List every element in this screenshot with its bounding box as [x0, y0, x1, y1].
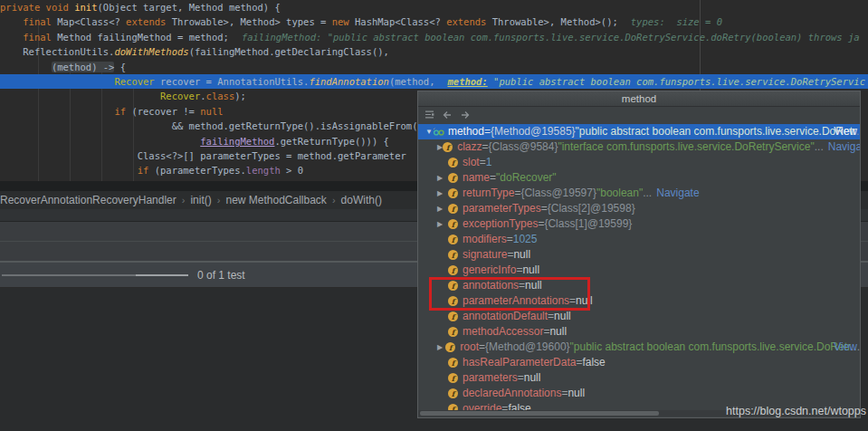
code-token: new [332, 16, 355, 27]
code-token: final [23, 32, 57, 43]
variables-tree: ▼method = {Method@19585} "public abstrac… [418, 122, 860, 417]
breadcrumb-item-1[interactable]: RecoverAnnotationRecoveryHandler [0, 194, 180, 206]
ellipsis: ... [643, 186, 652, 201]
tree-row-name[interactable]: ▶fname = "doRecover" [418, 170, 860, 186]
field-icon: f [448, 158, 458, 168]
watermark-text: https://blog.csdn.net/wtopps [726, 405, 866, 417]
field-name: name [463, 170, 490, 186]
tree-row-parameterTypes[interactable]: ▶fparameterTypes = {Class[2]@19598} [418, 201, 860, 216]
inline-debug-hint: failingMethod: "public abstract boolean … [242, 32, 860, 43]
code-line[interactable]: (method) -> { [0, 60, 868, 74]
tree-row-methodAccessor[interactable]: fmethodAccessor = null [418, 324, 860, 340]
code-token: (method) -> [52, 62, 115, 72]
code-token [0, 136, 200, 147]
code-token: Recover [160, 91, 200, 101]
field-value: "interface com.funsports.live.service.Do… [558, 139, 814, 155]
tree-row-annotationDefault[interactable]: fannotationDefault = null [418, 309, 860, 324]
field-name: hasRealParameterData [463, 355, 576, 370]
code-token [0, 62, 52, 72]
code-token: Method failingMethod = method; [57, 32, 229, 43]
code-token [0, 32, 23, 43]
field-value: "boolean" [596, 186, 643, 201]
breadcrumb-item-3[interactable]: new MethodCallback [222, 194, 329, 206]
field-value: "doRecover" [496, 170, 557, 186]
equals-sign: = [490, 170, 496, 186]
field-value: 1 [486, 155, 492, 170]
tree-row-parameters[interactable]: fparameters = null [418, 370, 860, 386]
field-icon: f [448, 265, 458, 275]
tree-row-method[interactable]: ▼method = {Method@19585} "public abstrac… [418, 124, 860, 139]
breadcrumb-separator: › [180, 195, 187, 206]
breadcrumb-item-4[interactable]: doWith() [338, 194, 386, 206]
code-line[interactable]: ReflectionUtils.doWithMethods(failingMet… [0, 44, 868, 59]
hint-label: failingMethod: [242, 32, 322, 43]
code-token: Map<Class<? [57, 16, 126, 27]
field-icon: f [448, 388, 458, 398]
back-arrow-icon[interactable] [441, 109, 453, 120]
expand-arrow[interactable]: ▶ [437, 170, 448, 186]
code-token: (failingMethod.getDeclaringClass(), [189, 46, 389, 57]
code-token [0, 76, 114, 87]
tree-row-modifiers[interactable]: fmodifiers = 1025 [418, 232, 860, 247]
breadcrumb-item-2[interactable]: init() [186, 194, 215, 206]
test-progress-bar [2, 274, 188, 276]
code-token: > 0 [281, 165, 303, 176]
field-name: root [460, 340, 479, 355]
hint-label: method: [447, 76, 487, 87]
expand-arrow[interactable]: ▼ [425, 124, 433, 139]
code-token: Throwable>, Method>(); [492, 16, 618, 27]
field-icon: f [448, 173, 458, 183]
expand-arrow[interactable]: ▶ [437, 201, 448, 216]
breadcrumb-separator: › [215, 195, 223, 206]
code-token: recover = AnnotationUtils. [155, 76, 310, 87]
field-name: slot [463, 155, 480, 170]
expand-arrow[interactable]: ▶ [437, 340, 445, 355]
tree-row-clazz[interactable]: ▶fclazz = {Class@9584} "interface com.fu… [418, 139, 860, 155]
code-line[interactable]: final Map<Class<? extends Throwable>, Me… [0, 14, 868, 29]
execution-line[interactable]: Recover recover = AnnotationUtils.findAn… [0, 74, 868, 89]
tree-row-exceptionTypes[interactable]: ▶fexceptionTypes = {Class[1]@19599} [418, 216, 860, 232]
code-token: HashMap<Class<? [355, 16, 446, 27]
ide-screen: private void init(Object target, Method … [0, 0, 868, 431]
view-link[interactable]: View [834, 124, 857, 139]
field-value: null [554, 309, 571, 324]
equals-sign: = [482, 139, 489, 155]
expand-arrow[interactable]: ▶ [437, 216, 448, 232]
red-annotation-box [429, 277, 590, 311]
code-token: doWithMethods [114, 46, 188, 57]
forward-arrow-icon[interactable] [459, 109, 472, 120]
field-value: null [568, 386, 585, 401]
code-token: { [114, 62, 126, 72]
field-icon: f [448, 188, 458, 198]
code-token: && method.getReturnType().isAssignableFr… [0, 120, 417, 131]
view-options-icon[interactable] [423, 109, 435, 120]
field-icon: f [448, 235, 458, 244]
field-value: null [522, 263, 539, 278]
code-token: Recover [114, 76, 154, 87]
navigate-link[interactable]: Navigate [828, 139, 861, 155]
code-token: null [200, 106, 223, 117]
test-progress-label: 0 of 1 test [197, 269, 245, 282]
tree-row-signature[interactable]: fsignature = null [418, 247, 860, 263]
code-token: init [74, 2, 97, 13]
expand-arrow[interactable]: ▶ [437, 186, 448, 201]
tree-row-returnType[interactable]: ▶freturnType = {Class@19597} "boolean"..… [418, 186, 860, 201]
field-name: method [448, 124, 484, 139]
field-name: modifiers [463, 232, 507, 247]
code-token: private void [0, 2, 74, 13]
tree-row-declaredAnnotations[interactable]: fdeclaredAnnotations = null [418, 386, 860, 401]
view-link[interactable]: View [834, 340, 857, 355]
field-value: 1025 [513, 232, 538, 247]
field-icon: f [448, 373, 458, 383]
tree-row-genericInfo[interactable]: fgenericInfo = null [418, 263, 860, 278]
code-line[interactable]: final Method failingMethod = method;fail… [0, 30, 868, 44]
object-ref: {Class@9584} [489, 139, 558, 155]
navigate-link[interactable]: Navigate [656, 186, 699, 201]
scrollbar-thumb[interactable] [420, 411, 659, 416]
tree-row-hasRealParameterData[interactable]: fhasRealParameterData = false [418, 355, 860, 370]
code-token: (parameterTypes. [155, 165, 246, 176]
tree-row-slot[interactable]: fslot = 1 [418, 155, 860, 170]
equals-sign: = [543, 324, 549, 340]
tree-row-root[interactable]: ▶froot = {Method@19600} "public abstract… [418, 340, 860, 355]
code-line[interactable]: private void init(Object target, Method … [0, 0, 868, 14]
